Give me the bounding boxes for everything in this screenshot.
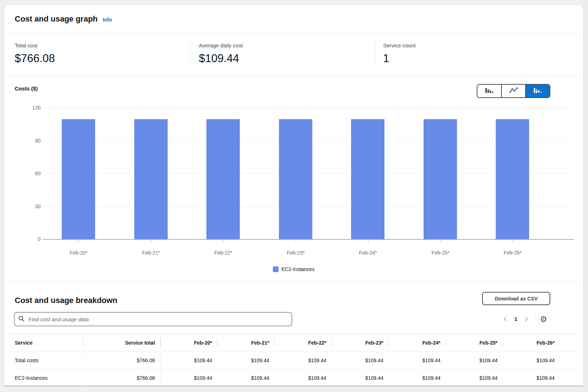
stat-value: 1 (383, 52, 416, 65)
search-input[interactable] (14, 312, 292, 326)
chart-bar[interactable] (424, 119, 457, 239)
x-axis-label: Feb-22* (214, 250, 232, 256)
cell-daily-cost: $109.44 (160, 369, 217, 387)
x-axis-tick (151, 240, 151, 242)
cell-daily-cost: $109.44 (217, 352, 274, 369)
column-header: Feb-25* (445, 334, 503, 352)
y-axis-label: 0 (17, 236, 41, 242)
cell-daily-cost: $109.44 (445, 369, 503, 387)
column-header: Feb-23* (331, 334, 388, 352)
stat-service-count: Service count 1 (383, 34, 416, 65)
stat-label: Service count (383, 42, 416, 49)
chart-bar[interactable] (62, 119, 95, 239)
x-axis-label: Feb-24* (359, 250, 377, 256)
cell-spacer (560, 352, 578, 369)
stat-label: Total cost (15, 42, 55, 49)
chevron-right-icon (524, 316, 529, 322)
table-row: EC2-Instances$766.08$109.44$109.44$109.4… (10, 369, 578, 387)
bar-chart-icon (485, 87, 494, 95)
cell-daily-cost: $109.44 (331, 352, 388, 369)
y-axis-label: 90 (17, 138, 41, 144)
chevron-left-icon (503, 316, 508, 322)
legend-label: EC2-Instances (281, 266, 314, 272)
cell-daily-cost: $109.44 (503, 352, 560, 369)
stat-total-cost: Total cost $766.08 (15, 34, 55, 65)
y-axis-label: 120 (17, 105, 41, 111)
stat-value: $109.44 (199, 52, 243, 65)
cell-spacer (560, 369, 578, 387)
chart-bar[interactable] (206, 119, 240, 239)
column-header: Feb-26* (503, 334, 560, 352)
search-box (14, 312, 292, 326)
cost-table: ServiceService totalFeb-20*Feb-21*Feb-22… (10, 333, 578, 387)
y-gridline (43, 108, 574, 108)
chart-legend-item[interactable]: EC2-Instances (4, 266, 583, 272)
chart-type-toggle-group (477, 84, 550, 98)
column-header: Feb-21* (217, 334, 274, 352)
column-header: Feb-24* (388, 334, 445, 352)
line-chart-toggle[interactable] (501, 85, 526, 97)
cell-daily-cost: $109.44 (388, 352, 445, 369)
x-axis-tick (296, 240, 296, 242)
stats-divider (191, 39, 191, 68)
cell-daily-cost: $109.44 (274, 352, 331, 369)
stacked-bar-chart-toggle[interactable] (525, 85, 550, 97)
table-settings-button[interactable]: ⚙ (538, 314, 549, 325)
download-csv-button[interactable]: Download as CSV (482, 292, 550, 305)
search-icon (18, 316, 25, 323)
page-title: Cost and usage graph (15, 14, 98, 24)
chart-bar[interactable] (134, 119, 168, 239)
table-header-row: ServiceService totalFeb-20*Feb-21*Feb-22… (10, 334, 578, 352)
card-header: Cost and usage graph Info (4, 5, 583, 34)
stacked-bar-chart-icon (533, 87, 542, 95)
bar-chart-toggle[interactable] (477, 85, 501, 97)
cell-service: Total costs (10, 352, 83, 369)
y-axis-label: 30 (17, 204, 41, 209)
x-axis-tick (440, 240, 441, 242)
column-header: Service (10, 334, 83, 352)
gear-icon: ⚙ (540, 314, 547, 324)
column-header: Feb-22* (274, 334, 331, 352)
legend-swatch (273, 266, 279, 272)
x-axis-label: Feb-26* (504, 250, 522, 256)
stat-value: $766.08 (15, 52, 55, 65)
cell-service-total: $766.08 (83, 369, 160, 387)
current-page-number[interactable]: 1 (512, 316, 520, 322)
stat-label: Average daily cost (199, 42, 243, 49)
x-axis-label: Feb-25* (431, 250, 449, 256)
x-axis-label: Feb-23* (287, 250, 305, 256)
cell-daily-cost: $109.44 (331, 369, 388, 387)
scrollbar-track[interactable] (584, 0, 588, 392)
chart-bar[interactable] (279, 119, 312, 239)
cell-daily-cost: $109.44 (388, 369, 445, 387)
x-axis-tick (79, 240, 79, 242)
chart-bar[interactable] (351, 119, 384, 239)
cell-daily-cost: $109.44 (160, 352, 217, 369)
cell-service-total: $766.08 (83, 352, 160, 369)
breakdown-section: Cost and usage breakdown Download as CSV… (4, 282, 583, 387)
cell-daily-cost: $109.44 (445, 352, 503, 369)
line-chart-icon (509, 87, 518, 95)
x-axis-tick (368, 240, 368, 242)
chart-y-axis-title: Costs ($) (15, 85, 38, 92)
y-axis-label: 60 (17, 171, 41, 176)
info-link[interactable]: Info (103, 17, 112, 23)
previous-page-button[interactable] (499, 314, 512, 325)
cell-daily-cost: $109.44 (503, 369, 560, 387)
stat-average-daily-cost: Average daily cost $109.44 (199, 34, 243, 65)
pagination-divider (535, 314, 536, 325)
next-page-button[interactable] (520, 314, 532, 325)
chart-section: Costs ($) (4, 77, 583, 282)
pagination: 1 ⚙ (499, 312, 550, 326)
x-axis-tick (513, 240, 513, 242)
x-axis-label: Feb-20* (70, 250, 88, 256)
table-row: Total costs$766.08$109.44$109.44$109.44$… (10, 352, 578, 369)
cell-service: EC2-Instances (10, 369, 83, 387)
cell-daily-cost: $109.44 (274, 369, 331, 387)
cell-daily-cost: $109.44 (217, 369, 274, 387)
x-axis-tick (223, 240, 224, 242)
cost-usage-card: Cost and usage graph Info Total cost $76… (4, 4, 584, 386)
column-header: Service total (83, 334, 160, 352)
chart-bar[interactable] (496, 119, 529, 239)
x-axis-label: Feb-21* (142, 250, 160, 256)
